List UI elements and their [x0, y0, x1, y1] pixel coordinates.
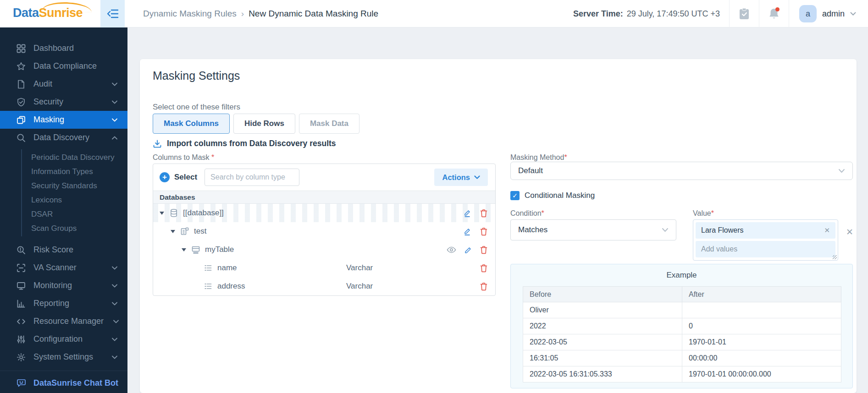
example-row: 2022-03-05 1970-01-01 — [523, 334, 841, 350]
tree-row-schema[interactable]: test — [153, 222, 495, 240]
filter-button-group: Mask Columns Hide Rows Mask Data — [153, 114, 359, 134]
sidebar-item-dashboard[interactable]: Dashboard — [0, 39, 127, 57]
chevron-down-icon — [110, 266, 119, 270]
checkbox-checked-icon[interactable]: ✓ — [510, 191, 520, 200]
example-before-cell: 2022-03-05 — [523, 334, 682, 350]
datasunrise-logo[interactable]: DataSunrise — [13, 6, 83, 20]
top-bar: DataSunrise Dynamic Masking Rules › New … — [0, 0, 868, 27]
mask-columns-button[interactable]: Mask Columns — [153, 114, 230, 134]
delete-column-button[interactable] — [480, 264, 488, 273]
sidebar-subitem-periodic-data-discovery[interactable]: Periodic Data Discovery — [0, 150, 127, 164]
remove-tag-icon[interactable]: ✕ — [824, 226, 830, 235]
example-row: 2022 0 — [523, 318, 841, 334]
import-columns-link[interactable]: Import columns from Data Discovery resul… — [153, 139, 336, 148]
chevron-down-icon — [662, 228, 669, 232]
actions-label: Actions — [442, 173, 470, 182]
column-name: address — [217, 282, 245, 291]
sidebar-subitem-information-types[interactable]: Information Types — [0, 164, 127, 179]
required-asterisk: * — [564, 153, 567, 161]
value-tags-box[interactable]: Lara Flowers ✕ — [693, 219, 838, 261]
sidebar-toggle-button[interactable] — [100, 0, 125, 27]
sidebar-item-system-settings[interactable]: System Settings — [0, 348, 127, 366]
clear-values-icon[interactable]: ✕ — [846, 227, 853, 237]
hide-rows-button[interactable]: Hide Rows — [233, 114, 295, 134]
sidebar-item-label: System Settings — [33, 352, 93, 362]
tree-row-column-address[interactable]: address Varchar — [153, 277, 495, 295]
sidebar-item-chat-bot[interactable]: DataSunrise Chat Bot — [0, 374, 127, 393]
delete-schema-button[interactable] — [480, 227, 488, 236]
sidebar-item-va-scanner[interactable]: VA Scanner — [0, 259, 127, 277]
sidebar-item-monitoring[interactable]: Monitoring — [0, 277, 127, 295]
server-time-label: Server Time: — [573, 9, 623, 19]
sidebar-item-masking[interactable]: Masking — [0, 111, 127, 129]
condition-value: Matches — [518, 225, 547, 235]
sliders-icon — [17, 335, 26, 344]
trash-icon — [480, 282, 488, 291]
masking-method-select[interactable]: Default — [510, 162, 853, 180]
conditional-masking-checkbox-row[interactable]: ✓ Conditional Masking — [510, 191, 595, 200]
column-icon — [204, 263, 213, 273]
columns-to-mask-label: Columns to Mask * — [153, 153, 214, 162]
add-values-input[interactable] — [701, 245, 830, 253]
value-label: Value* — [693, 209, 714, 218]
tree-row-table[interactable]: myTable — [153, 240, 495, 259]
tree-row-database[interactable]: [[database]] — [153, 204, 495, 222]
example-after-cell: 00:00:00 — [682, 350, 841, 366]
sidebar-item-resource-manager[interactable]: Resource Manager — [0, 312, 127, 330]
sidebar-item-label: Reporting — [33, 299, 69, 308]
search-column-type-input[interactable] — [205, 169, 299, 186]
edit-database-button[interactable] — [464, 209, 472, 218]
chevron-down-icon — [110, 355, 119, 359]
collapse-caret-icon[interactable] — [182, 248, 186, 251]
add-values-row[interactable] — [696, 241, 835, 257]
sidebar-item-configuration[interactable]: Configuration — [0, 330, 127, 348]
filters-label: Select one of these filters — [153, 103, 240, 112]
columns-to-mask-panel: + Select Actions Databases [[database]] — [153, 164, 496, 296]
breadcrumb: Dynamic Masking Rules › New Dynamic Data… — [143, 0, 378, 27]
sidebar-item-data-discovery[interactable]: Data Discovery — [0, 129, 127, 147]
pencil-icon — [464, 227, 472, 236]
masking-icon — [17, 115, 26, 125]
sidebar-item-reporting[interactable]: Reporting — [0, 295, 127, 312]
user-menu[interactable]: a admin — [789, 5, 868, 22]
tasks-button[interactable] — [730, 0, 759, 27]
sidebar-subitem-dsar[interactable]: DSAR — [0, 207, 127, 221]
schema-name: test — [194, 227, 206, 236]
collapse-caret-icon[interactable] — [160, 212, 164, 215]
collapse-caret-icon[interactable] — [171, 230, 175, 233]
actions-dropdown-button[interactable]: Actions — [434, 169, 488, 186]
resize-grip[interactable] — [833, 255, 837, 259]
mask-data-button[interactable]: Mask Data — [299, 114, 359, 134]
required-asterisk: * — [211, 153, 214, 161]
column-name: name — [217, 263, 237, 273]
sidebar-subitem-security-standards[interactable]: Security Standards — [0, 179, 127, 193]
magnifier-icon — [17, 133, 26, 142]
sidebar-item-data-compliance[interactable]: Data Compliance — [0, 57, 127, 75]
condition-label: Condition* — [510, 209, 544, 218]
add-column-icon[interactable]: + — [160, 172, 170, 182]
condition-select[interactable]: Matches — [510, 219, 676, 240]
delete-database-button[interactable] — [480, 209, 488, 218]
edit-schema-button[interactable] — [464, 227, 472, 236]
sidebar-item-security[interactable]: Security — [0, 93, 127, 111]
preview-table-button[interactable] — [447, 246, 456, 253]
sidebar-item-risk-score[interactable]: Risk Score — [0, 241, 127, 259]
table-name: myTable — [205, 245, 234, 254]
tree-row-column-name[interactable]: name Varchar — [153, 259, 495, 277]
sidebar-subitem-scan-groups[interactable]: Scan Groups — [0, 221, 127, 235]
sidebar-item-audit[interactable]: Audit — [0, 75, 127, 93]
delete-table-button[interactable] — [480, 246, 488, 254]
value-tag: Lara Flowers ✕ — [696, 222, 835, 239]
chevron-down-icon — [110, 302, 119, 306]
edit-table-button[interactable] — [464, 246, 472, 254]
notifications-button[interactable] — [759, 0, 789, 27]
sidebar-item-label: Data Discovery — [33, 133, 89, 142]
server-time: Server Time: 29 July, 17:49:50 UTC +3 — [573, 9, 729, 19]
sidebar-item-label: Data Compliance — [33, 61, 97, 71]
sidebar-subitem-lexicons[interactable]: Lexicons — [0, 193, 127, 207]
sidebar-item-label: Monitoring — [33, 281, 72, 290]
breadcrumb-separator: › — [241, 9, 244, 19]
breadcrumb-parent-link[interactable]: Dynamic Masking Rules — [143, 9, 237, 19]
delete-column-button[interactable] — [480, 282, 488, 291]
sidebar: Dashboard Data Compliance Audit Security… — [0, 27, 127, 393]
